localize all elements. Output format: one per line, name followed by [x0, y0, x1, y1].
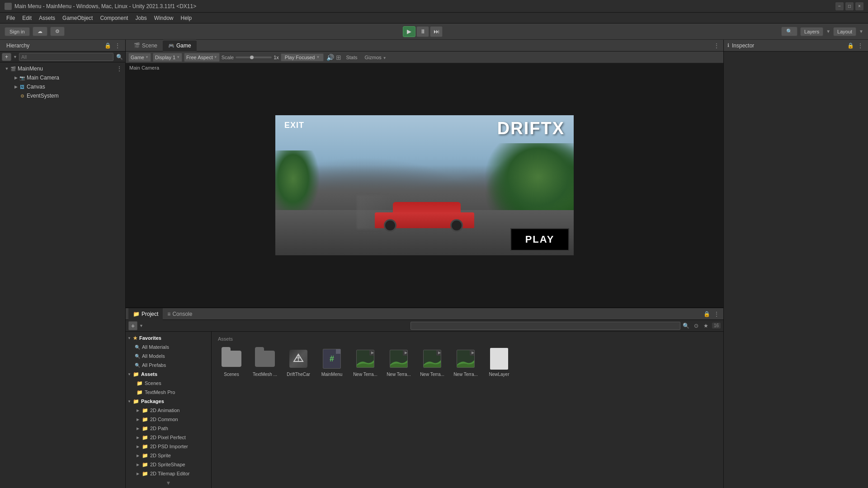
- sidebar-2d-sprite[interactable]: ▶ 📁 2D Sprite: [126, 451, 211, 460]
- game-play-button[interactable]: PLAY: [510, 228, 569, 251]
- menu-component[interactable]: Component: [96, 13, 132, 23]
- sidebar-2d-tilemap[interactable]: ▶ 📁 2D Tilemap Editor: [126, 469, 211, 478]
- view-menu-icon[interactable]: ⋮: [712, 42, 721, 50]
- asset-scenes[interactable]: Scenes: [216, 345, 247, 379]
- all-models-icon: 🔍: [135, 354, 140, 359]
- 2d-path-label: 2D Path: [150, 426, 168, 431]
- audio-icon[interactable]: 🔊: [326, 54, 334, 61]
- sidebar-2d-animation[interactable]: ▶ 📁 2D Animation: [126, 406, 211, 415]
- step-button[interactable]: ⏭: [430, 26, 443, 37]
- minimize-button[interactable]: −: [835, 2, 844, 10]
- tree-item-maincamera[interactable]: ▶ 📷 Main Camera: [0, 73, 125, 82]
- car-wheel-right: [450, 219, 463, 232]
- play-focused-label: Play Focused: [285, 55, 315, 60]
- tree-item-eventsystem[interactable]: ⚙ EventSystem: [0, 91, 125, 100]
- hierarchy-menu-icon[interactable]: ⋮: [113, 42, 122, 50]
- sidebar-2d-pixel-perfect[interactable]: ▶ 📁 2D Pixel Perfect: [126, 433, 211, 442]
- project-bookmark-icon[interactable]: ★: [702, 322, 710, 330]
- scale-value: 1x: [274, 55, 279, 60]
- menu-help[interactable]: Help: [177, 13, 196, 23]
- play-button[interactable]: ▶: [403, 26, 415, 37]
- hierarchy-add-button[interactable]: +: [2, 53, 11, 61]
- tab-console[interactable]: ≡ Console: [163, 308, 197, 320]
- menu-assets[interactable]: Assets: [35, 13, 59, 23]
- layout-button[interactable]: Layout: [833, 27, 856, 36]
- project-search-input[interactable]: [410, 322, 680, 330]
- sidebar-all-materials[interactable]: 🔍 All Materials: [126, 343, 211, 352]
- window-controls: − □ ×: [835, 2, 863, 10]
- tab-game[interactable]: 🎮 Game: [163, 40, 197, 52]
- sign-in-button[interactable]: Sign in: [5, 27, 30, 36]
- 2d-pixel-label: 2D Pixel Perfect: [150, 435, 186, 440]
- asset-textmesh[interactable]: TextMesh ...: [250, 345, 280, 379]
- aspect-select[interactable]: Free Aspect ▼: [184, 53, 220, 62]
- hierarchy-search-input[interactable]: [19, 53, 113, 61]
- tab-project[interactable]: 📁 Project: [128, 308, 163, 320]
- menu-edit[interactable]: Edit: [19, 13, 35, 23]
- project-add-button[interactable]: +: [128, 321, 137, 330]
- favorites-label: Favorites: [139, 335, 161, 341]
- scale-slider[interactable]: [236, 56, 272, 58]
- asset-terrain-2[interactable]: ▶ New Terra...: [383, 345, 414, 379]
- search-button[interactable]: 🔍: [781, 27, 797, 36]
- asset-terrain-3[interactable]: ▶ New Terra...: [417, 345, 448, 379]
- settings-button[interactable]: ⚙: [50, 27, 65, 36]
- tab-scene[interactable]: 🎬 Scene: [128, 40, 163, 52]
- sidebar-all-prefabs[interactable]: 🔍 All Prefabs: [126, 361, 211, 370]
- display-select[interactable]: Display 1 ▼: [153, 53, 182, 62]
- tree-item-mainmenu[interactable]: ▼ 🎬 MainMenu ⋮: [0, 64, 125, 73]
- collab-button[interactable]: ☁: [33, 27, 47, 36]
- project-search-icon[interactable]: 🔍: [682, 322, 690, 330]
- layers-button[interactable]: Layers: [800, 27, 823, 36]
- game-exit-button[interactable]: EXIT: [284, 121, 304, 130]
- mainmenu-menu-icon[interactable]: ⋮: [115, 65, 123, 73]
- 2d-psd-label: 2D PSD Importer: [150, 444, 188, 449]
- all-prefabs-icon: 🔍: [135, 363, 140, 368]
- script-corner-fold: [336, 349, 340, 354]
- sidebar-packages-header[interactable]: ▼ 📁 Packages: [126, 397, 211, 406]
- project-filter-icon[interactable]: ⊙: [692, 322, 700, 330]
- sidebar-2d-psd-importer[interactable]: ▶ 📁 2D PSD Importer: [126, 442, 211, 451]
- inspector-header: ℹ Inspector 🔒 ⋮: [724, 40, 868, 52]
- sidebar-scroll-down[interactable]: ▼: [126, 480, 211, 486]
- project-menu-icon[interactable]: ⋮: [712, 310, 721, 318]
- menu-file[interactable]: File: [3, 13, 19, 23]
- play-focused-button[interactable]: Play Focused ▼: [281, 53, 324, 61]
- sidebar-2d-path[interactable]: ▶ 📁 2D Path: [126, 424, 211, 433]
- sidebar-favorites-header[interactable]: ▼ ★ Favorites: [126, 333, 211, 343]
- sidebar-2d-common[interactable]: ▶ 📁 2D Common: [126, 415, 211, 424]
- inspector-lock-icon[interactable]: 🔒: [846, 42, 854, 50]
- packages-folder-icon: 📁: [133, 399, 139, 404]
- sidebar-scenes[interactable]: 📁 Scenes: [126, 379, 211, 388]
- gizmos-button[interactable]: Gizmos ▼: [362, 54, 389, 61]
- project-lock-icon[interactable]: 🔒: [703, 310, 711, 318]
- sidebar-textmeshpro[interactable]: 📁 TextMesh Pro: [126, 388, 211, 397]
- play-focused-arrow: ▼: [316, 55, 320, 59]
- menu-gameobject[interactable]: GameObject: [59, 13, 96, 23]
- stats-button[interactable]: Stats: [343, 54, 360, 61]
- sidebar-2d-spriteshape[interactable]: ▶ 📁 2D SpriteShape: [126, 460, 211, 469]
- sidebar-assets-header[interactable]: ▼ 📁 Assets: [126, 370, 211, 379]
- stats-icon[interactable]: ⊞: [336, 54, 341, 61]
- game-arrow: ▼: [145, 55, 149, 59]
- hierarchy-controls: 🔒 ⋮: [104, 42, 122, 50]
- game-select-display[interactable]: Game ▼: [128, 53, 151, 62]
- sidebar-all-models[interactable]: 🔍 All Models: [126, 352, 211, 361]
- hierarchy-search-icon[interactable]: 🔍: [115, 53, 123, 61]
- asset-driftthecar[interactable]: DriftTheCar: [283, 345, 314, 379]
- close-button[interactable]: ×: [855, 2, 863, 10]
- asset-newlayer[interactable]: NewLayer: [484, 345, 514, 379]
- asset-terrain-4[interactable]: ▶ New Terra...: [450, 345, 481, 379]
- pause-button[interactable]: ⏸: [416, 26, 429, 37]
- play-controls: ▶ ⏸ ⏭: [403, 26, 443, 37]
- asset-mainmenu-script[interactable]: # MainMenu: [316, 345, 347, 379]
- menu-window[interactable]: Window: [151, 13, 177, 23]
- menu-jobs[interactable]: Jobs: [132, 13, 150, 23]
- tree-item-canvas[interactable]: ▶ 🖼 Canvas: [0, 82, 125, 91]
- hierarchy-tab[interactable]: Hierarchy: [4, 42, 32, 50]
- hierarchy-lock-icon[interactable]: 🔒: [104, 42, 112, 50]
- inspector-menu-icon[interactable]: ⋮: [856, 42, 864, 50]
- maximize-button[interactable]: □: [845, 2, 854, 10]
- asset-terrain-1[interactable]: ▶ New Terra...: [350, 345, 381, 379]
- main-layout: Hierarchy 🔒 ⋮ + ▼ 🔍 ▼ 🎬 MainMenu ⋮: [0, 40, 868, 488]
